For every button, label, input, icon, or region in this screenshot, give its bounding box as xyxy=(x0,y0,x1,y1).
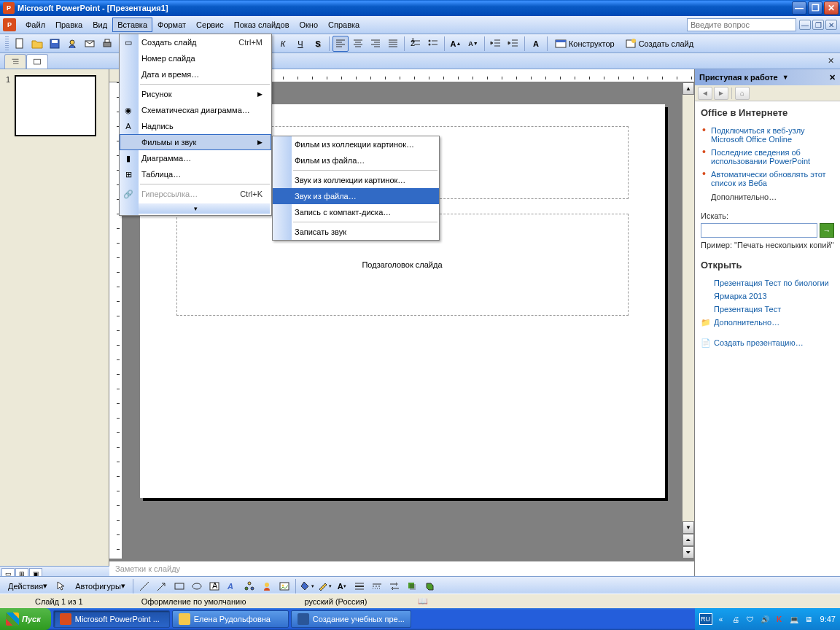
doc-minimize-button[interactable]: — xyxy=(799,20,811,30)
email-button[interactable] xyxy=(82,36,98,52)
bullets-button[interactable] xyxy=(425,36,441,52)
new-doc-button[interactable] xyxy=(12,36,28,52)
menu-item-schematic-diagram[interactable]: ◉ Схематическая диаграмма… xyxy=(120,102,271,118)
slide-thumbnail-1[interactable]: 1 xyxy=(6,75,103,136)
restore-button[interactable]: ❐ xyxy=(808,1,822,15)
taskpane-back-button[interactable]: ◄ xyxy=(698,87,712,100)
underline-button[interactable]: Ч xyxy=(292,36,308,52)
menu-item-cd-audio[interactable]: Запись с компакт-диска… xyxy=(273,204,439,220)
menu-item-new-slide[interactable]: ▭ Создать слайдCtrl+M xyxy=(120,34,271,50)
shadow-button[interactable]: S xyxy=(310,36,326,52)
minimize-button[interactable]: — xyxy=(792,1,806,15)
textbox-tool-button[interactable]: A xyxy=(206,578,222,594)
menu-view[interactable]: Вид xyxy=(88,18,112,32)
align-left-button[interactable] xyxy=(332,36,349,52)
menu-item-textbox[interactable]: A Надпись xyxy=(120,118,271,134)
menu-tools[interactable]: Сервис xyxy=(191,18,229,32)
line-style-button[interactable] xyxy=(351,578,368,594)
menu-expand-button[interactable]: ▾ xyxy=(121,203,270,214)
menu-item-slide-number[interactable]: Номер слайда xyxy=(120,50,271,66)
slides-tab[interactable] xyxy=(26,54,48,69)
font-color-button[interactable]: A xyxy=(528,36,544,52)
menu-help[interactable]: Справка xyxy=(323,18,365,32)
menu-item-sound-cliporg[interactable]: Звук из коллекции картинок… xyxy=(273,172,439,188)
recent-file-2[interactable]: Ярмарка 2013 xyxy=(701,289,834,303)
distributed-button[interactable] xyxy=(385,36,401,52)
tray-display-icon[interactable]: 🖥 xyxy=(803,613,814,625)
link-auto-update[interactable]: Автоматически обновлять этот список из В… xyxy=(701,168,834,190)
draw-actions-button[interactable]: Действия ▾ xyxy=(4,578,52,594)
document-icon[interactable]: P xyxy=(3,18,16,31)
3d-style-button[interactable] xyxy=(421,578,438,594)
tray-chevron-icon[interactable]: « xyxy=(715,613,727,625)
insert-clipart-button[interactable] xyxy=(259,578,275,594)
menu-slideshow[interactable]: Показ слайдов xyxy=(229,18,295,32)
menu-insert[interactable]: Вставка xyxy=(112,18,152,32)
tray-shield-icon[interactable]: 🛡 xyxy=(744,613,756,625)
tray-volume-icon[interactable]: 🔊 xyxy=(759,613,771,625)
line-color-button[interactable]: ▾ xyxy=(316,578,332,594)
link-more[interactable]: Дополнительно… xyxy=(701,192,834,201)
fill-color-button[interactable]: ▾ xyxy=(299,578,315,594)
autoshapes-button[interactable]: Автофигуры ▾ xyxy=(71,578,130,594)
clock[interactable]: 9:47 xyxy=(817,615,836,623)
line-button[interactable] xyxy=(136,578,152,594)
status-spellcheck-icon[interactable]: 📖 xyxy=(418,596,428,606)
recent-file-1[interactable]: Презентация Тест по биологии xyxy=(701,276,834,289)
create-presentation-link[interactable]: Создать презентацию… xyxy=(701,336,834,349)
taskpane-home-button[interactable]: ⌂ xyxy=(735,87,750,100)
close-button[interactable]: ✕ xyxy=(824,1,839,15)
save-button[interactable] xyxy=(47,36,63,52)
menu-item-picture[interactable]: Рисунок▶ xyxy=(120,86,271,102)
taskpane-search-input[interactable] xyxy=(701,223,817,238)
taskbar-folder-button[interactable]: Елена Рудольфовна xyxy=(172,610,289,628)
outline-tab[interactable] xyxy=(4,54,26,69)
tab-close-button[interactable]: ✕ xyxy=(822,53,840,69)
wordart-button[interactable]: A xyxy=(224,578,240,594)
menu-item-movie-cliporg[interactable]: Фильм из коллекции картинок… xyxy=(273,136,439,152)
increase-font-button[interactable]: A▲ xyxy=(448,36,464,52)
ask-question-box[interactable] xyxy=(687,18,796,31)
taskbar-word-button[interactable]: Создание учебных пре... xyxy=(291,610,411,628)
print-button[interactable] xyxy=(99,36,115,52)
open-more[interactable]: Дополнительно… xyxy=(701,316,834,329)
menu-item-date-time[interactable]: Дата и время… xyxy=(120,66,271,82)
scroll-down-button[interactable]: ▼ xyxy=(682,521,694,534)
new-slide-button[interactable]: Создать слайд xyxy=(621,36,698,52)
prev-slide-button[interactable]: ⏶ xyxy=(682,534,694,546)
menu-format[interactable]: Формат xyxy=(152,18,191,32)
link-powerpoint-news[interactable]: Последние сведения об использовании Powe… xyxy=(701,146,834,168)
next-slide-button[interactable]: ⏷ xyxy=(682,546,694,559)
language-indicator[interactable]: RU xyxy=(699,613,712,625)
oval-button[interactable] xyxy=(189,578,205,594)
slide-design-button[interactable]: Конструктор xyxy=(551,36,619,52)
scroll-up-button[interactable]: ▲ xyxy=(682,82,694,95)
menu-edit[interactable]: Правка xyxy=(50,18,88,32)
align-center-button[interactable] xyxy=(350,36,366,52)
menu-item-chart[interactable]: ▮ Диаграмма… xyxy=(120,150,271,166)
start-button[interactable]: Пуск xyxy=(0,608,51,630)
rectangle-button[interactable] xyxy=(171,578,187,594)
menu-item-movie-file[interactable]: Фильм из файла… xyxy=(273,152,439,168)
taskpane-forward-button[interactable]: ► xyxy=(714,87,728,100)
increase-indent-button[interactable] xyxy=(505,36,521,52)
arrow-style-button[interactable] xyxy=(386,578,402,594)
taskbar-powerpoint-button[interactable]: Microsoft PowerPoint ... xyxy=(53,610,170,628)
italic-button[interactable]: К xyxy=(275,36,291,52)
menu-window[interactable]: Окно xyxy=(295,18,324,32)
insert-diagram-button[interactable] xyxy=(241,578,257,594)
doc-restore-button[interactable]: ❐ xyxy=(812,20,824,30)
arrow-button[interactable] xyxy=(154,578,170,594)
tray-antivirus-icon[interactable]: K xyxy=(774,613,785,625)
decrease-indent-button[interactable] xyxy=(488,36,504,52)
vertical-scrollbar[interactable]: ▲ ▼ ⏶ ⏷ xyxy=(682,82,694,559)
recent-file-3[interactable]: Презентация Тест xyxy=(701,303,834,316)
open-button[interactable] xyxy=(29,36,45,52)
tray-printer-icon[interactable]: 🖨 xyxy=(730,613,742,625)
link-office-online[interactable]: Подключиться к веб-узлу Microsoft Office… xyxy=(701,124,834,146)
doc-close-button[interactable]: ✕ xyxy=(825,20,837,30)
permission-button[interactable] xyxy=(64,36,80,52)
taskpane-search-go-button[interactable]: → xyxy=(820,223,834,238)
tray-network-icon[interactable]: 💻 xyxy=(788,613,800,625)
decrease-font-button[interactable]: A▼ xyxy=(465,36,481,52)
